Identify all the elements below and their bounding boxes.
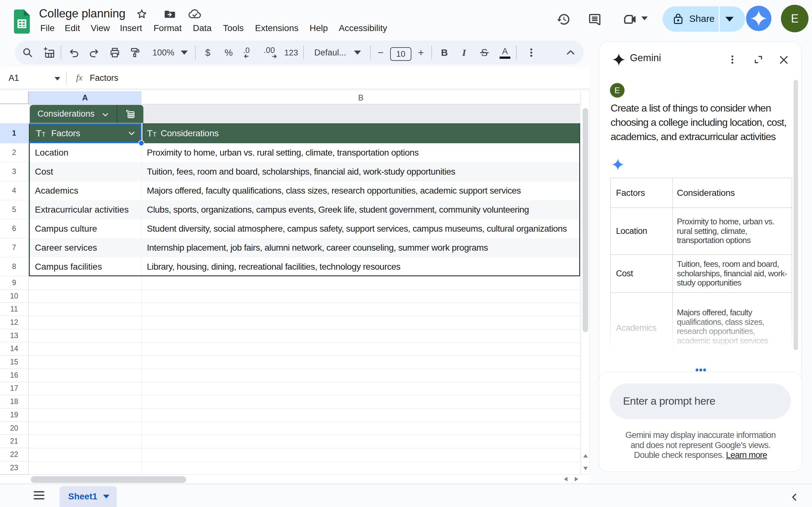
row-header-4[interactable]: 4 (0, 181, 29, 200)
more-toolbar-button[interactable] (526, 47, 537, 58)
menu-edit[interactable]: Edit (65, 22, 80, 34)
cell-a6[interactable]: Campus culture (35, 219, 97, 238)
gemini-button[interactable] (746, 6, 771, 31)
cell-b6[interactable]: Student diversity, social atmosphere, ca… (147, 219, 567, 238)
cell-b3[interactable]: Tuition, fees, room and board, scholarsh… (147, 162, 455, 181)
name-box-caret[interactable] (55, 77, 60, 80)
row-header-8[interactable]: 8 (0, 257, 29, 276)
menu-file[interactable]: File (40, 22, 55, 34)
cell-a2[interactable]: Location (35, 143, 68, 162)
zoom-caret[interactable] (181, 51, 188, 55)
undo-button[interactable] (68, 47, 79, 58)
join-call-button[interactable] (622, 12, 638, 27)
cell-a1[interactable]: TTFactors (30, 123, 142, 143)
cell-b8[interactable]: Library, housing, dining, recreational f… (147, 257, 400, 276)
gemini-expand-button[interactable] (752, 53, 765, 66)
row-header-2[interactable]: 2 (0, 143, 29, 162)
increase-decimal-button[interactable]: .00 (263, 46, 278, 59)
paint-format-button[interactable] (130, 47, 140, 58)
cell-a7[interactable]: Career services (35, 238, 97, 257)
fill-handle[interactable] (138, 140, 144, 146)
menu-format[interactable]: Format (154, 22, 182, 34)
cell-b5[interactable]: Clubs, sports, organizations, campus eve… (147, 200, 529, 219)
row-header-21[interactable]: 21 (0, 435, 29, 448)
increase-font-size-button[interactable]: + (418, 47, 424, 59)
version-history-button[interactable] (556, 12, 571, 27)
decrease-decimal-button[interactable]: .0 (242, 46, 256, 59)
cell-b2[interactable]: Proximity to home, urban vs. rural setti… (147, 143, 419, 162)
format-currency-button[interactable]: $ (205, 48, 210, 58)
row-header-11[interactable]: 11 (0, 302, 29, 316)
gemini-panel-scrollbar[interactable] (794, 80, 798, 350)
table-options-chip[interactable] (117, 105, 143, 123)
table-name-chip[interactable]: Considerations (30, 105, 117, 123)
horizontal-scrollbar-thumb[interactable] (31, 476, 186, 483)
scroll-left-arrow[interactable] (564, 477, 567, 481)
format-percent-button[interactable]: % (224, 48, 233, 58)
row-header-17[interactable]: 17 (0, 382, 29, 395)
insert-table-button[interactable] (44, 47, 55, 58)
search-button[interactable] (22, 47, 33, 58)
zoom-control[interactable]: 100% (152, 48, 174, 58)
row-header-13[interactable]: 13 (0, 329, 29, 343)
row-header-10[interactable]: 10 (0, 290, 29, 303)
sheets-logo-icon[interactable] (14, 9, 30, 34)
select-all-corner[interactable] (0, 91, 29, 104)
comments-button[interactable] (587, 12, 602, 27)
row-header-16[interactable]: 16 (0, 369, 29, 382)
scroll-down-arrow[interactable] (583, 467, 588, 470)
column-header-a[interactable]: A (29, 91, 142, 104)
vertical-scrollbar-thumb[interactable] (583, 108, 588, 332)
row-header-14[interactable]: 14 (0, 343, 29, 356)
row-header-7[interactable]: 7 (0, 238, 29, 257)
account-avatar[interactable]: E (781, 5, 809, 32)
menu-accessibility[interactable]: Accessibility (339, 22, 387, 34)
star-button[interactable] (136, 8, 148, 20)
menu-extensions[interactable]: Extensions (255, 22, 299, 34)
text-color-button[interactable]: A (500, 47, 510, 59)
row-header-5[interactable]: 5 (0, 200, 29, 219)
collapse-toolbar-button[interactable] (565, 47, 576, 58)
all-sheets-button[interactable] (34, 491, 44, 499)
column-header-b[interactable]: B (142, 91, 580, 104)
font-size-input[interactable]: 10 (390, 47, 411, 61)
menu-help[interactable]: Help (310, 22, 328, 34)
row-header-9[interactable]: 9 (0, 276, 29, 290)
cell-a3[interactable]: Cost (35, 162, 53, 181)
redo-button[interactable] (89, 47, 100, 58)
menu-view[interactable]: View (91, 22, 110, 34)
font-style-select[interactable]: Defaul... (314, 48, 346, 58)
decrease-font-size-button[interactable]: − (378, 47, 384, 59)
sheet-tab[interactable]: Sheet1 (60, 486, 117, 507)
row-header-19[interactable]: 19 (0, 408, 29, 422)
formula-input[interactable]: Factors (90, 67, 118, 89)
cloud-status-button[interactable] (188, 8, 202, 20)
font-style-caret[interactable] (354, 51, 361, 55)
row-header-12[interactable]: 12 (0, 316, 29, 329)
print-button[interactable] (109, 47, 120, 58)
row-header-22[interactable]: 22 (0, 448, 29, 461)
menu-tools[interactable]: Tools (223, 22, 244, 34)
learn-more-link[interactable]: Learn more (726, 450, 767, 460)
collapse-side-panel-button[interactable] (789, 492, 800, 503)
document-title[interactable]: College planning (39, 7, 125, 20)
gemini-close-button[interactable] (777, 54, 790, 66)
cell-a4[interactable]: Academics (35, 181, 78, 200)
row-header-20[interactable]: 20 (0, 422, 29, 435)
row-header-23[interactable]: 23 (0, 461, 29, 475)
horizontal-scrollbar[interactable] (0, 474, 590, 484)
share-options-caret[interactable] (725, 17, 734, 21)
row-header-15[interactable]: 15 (0, 355, 29, 369)
row-header-18[interactable]: 18 (0, 395, 29, 408)
gemini-more-button[interactable] (726, 53, 739, 66)
row-header-6[interactable]: 6 (0, 219, 29, 238)
share-button[interactable]: Share (663, 6, 745, 32)
row-header-3[interactable]: 3 (0, 162, 29, 181)
cell-b1[interactable]: TTConsiderations (142, 123, 579, 143)
vertical-scrollbar[interactable] (581, 91, 590, 474)
plain-format-button[interactable]: 123 (284, 48, 298, 58)
name-box[interactable]: A1 (9, 67, 19, 89)
cell-a8[interactable]: Campus facilities (35, 257, 102, 276)
cell-b4[interactable]: Majors offered, faculty qualifications, … (147, 181, 521, 200)
cell-b7[interactable]: Internship placement, job fairs, alumni … (147, 238, 488, 257)
